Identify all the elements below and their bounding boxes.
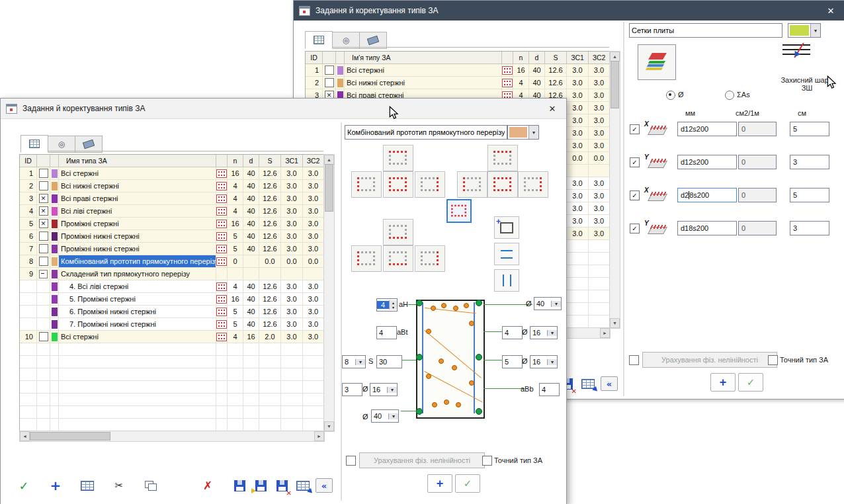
pattern-frame-bars-alt-button[interactable] xyxy=(487,171,518,198)
aH-spinner[interactable]: 4 xyxy=(376,298,398,312)
type-checkbox[interactable]: ✕ xyxy=(39,194,48,203)
vscrollbar[interactable]: ▲ ▼ xyxy=(323,154,335,432)
s-count-select[interactable]: 8 xyxy=(342,355,366,368)
toolbar-export-button[interactable] xyxy=(294,477,312,494)
scroll-right-icon[interactable]: ► xyxy=(314,431,324,441)
mesh-row-checkbox[interactable]: ✓ xyxy=(630,124,640,134)
s-value-field[interactable]: 30 xyxy=(376,355,402,368)
mesh-row-checkbox[interactable]: ✓ xyxy=(630,190,640,200)
type-name-cell[interactable]: Складений тип прямокутного перерізу xyxy=(59,268,216,280)
spinner-arrows[interactable] xyxy=(389,300,397,310)
pattern-left-bars-button[interactable] xyxy=(351,171,382,198)
type-checkbox[interactable] xyxy=(325,78,334,87)
toolbar-cut-button[interactable]: ✂ xyxy=(110,477,128,494)
toolbar-apply-button[interactable]: ✓ xyxy=(15,477,32,494)
type-name-cell[interactable]: 5. Проміжні стержні xyxy=(59,293,216,306)
chevron-down-icon[interactable] xyxy=(528,126,538,139)
protective-layer-icon[interactable] xyxy=(781,40,814,67)
tree-collapse-icon[interactable] xyxy=(39,270,48,278)
toolbar-collapse-button[interactable]: « xyxy=(601,375,618,392)
pattern-top-bars-button[interactable] xyxy=(383,145,413,171)
vscrollbar[interactable]: ▲ ▼ xyxy=(609,51,620,329)
type-checkbox[interactable] xyxy=(39,231,48,241)
window-titlebar[interactable]: Задання й коректування типів ЗА ✕ xyxy=(1,99,566,119)
toolbar-copy-button[interactable] xyxy=(142,477,159,494)
type-row[interactable]: 3✕Всі праві стержні44012.63.03.0 xyxy=(20,192,324,205)
type-checkbox[interactable] xyxy=(39,244,48,253)
type-name-cell[interactable]: Комбінований прототип прямокутного перер… xyxy=(59,255,216,268)
type-name-cell[interactable]: Всі стержні xyxy=(59,167,216,180)
type-name-cell[interactable]: Всі праві стержні xyxy=(59,192,216,205)
mesh-cover-field[interactable]: 3 xyxy=(790,155,829,169)
mesh-name-input[interactable] xyxy=(629,23,782,38)
chevron-down-icon[interactable] xyxy=(355,359,365,365)
toolbar-collapse-button[interactable]: « xyxy=(316,477,333,494)
mesh-notation-field[interactable]: d28s200 xyxy=(677,188,737,202)
apply-button[interactable]: ✓ xyxy=(455,474,480,493)
type-name-cell[interactable]: Проміжні стержні xyxy=(59,218,216,230)
aBt-field[interactable]: 4 xyxy=(376,326,397,339)
pattern-bottom-right-bars-button[interactable] xyxy=(415,245,445,272)
close-icon[interactable]: ✕ xyxy=(817,1,844,21)
type-checkbox[interactable] xyxy=(39,169,48,178)
type-row[interactable]: 1Всі стержні164012.63.03.0 xyxy=(306,64,610,77)
type-row[interactable]: 1Всі стержні164012.63.03.0 xyxy=(20,167,324,180)
nonlinearity-button[interactable]: Урахування фіз. нелінійності xyxy=(359,452,485,468)
type-name-cell[interactable]: Проміжні нижні стержні xyxy=(59,243,216,255)
area-radio[interactable] xyxy=(725,91,734,100)
tab-types[interactable] xyxy=(305,31,333,49)
mid-count-field[interactable]: 4 xyxy=(502,326,523,339)
apply-button[interactable]: ✓ xyxy=(738,373,763,392)
chevron-down-icon[interactable] xyxy=(547,330,557,336)
pattern-left-bars-alt-button[interactable] xyxy=(457,171,487,198)
nonlinearity-checkbox[interactable] xyxy=(346,456,356,466)
type-row[interactable]: 4✕Всі ліві стержні44012.63.03.0 xyxy=(20,205,324,218)
toolbar-save-import-button[interactable] xyxy=(252,477,269,494)
tab-types[interactable] xyxy=(21,135,48,153)
type-row[interactable]: 5. Проміжні стержні164012.63.03.0 xyxy=(20,293,324,306)
scroll-thumb[interactable] xyxy=(325,164,333,212)
nonlinearity-button[interactable]: Урахування фіз. нелінійності xyxy=(642,352,777,368)
left-count-field[interactable]: 3 xyxy=(342,383,362,396)
type-checkbox[interactable] xyxy=(39,257,48,266)
type-name-cell[interactable]: Всі стержні xyxy=(345,64,502,77)
chevron-down-icon[interactable] xyxy=(388,413,398,419)
chevron-down-icon[interactable] xyxy=(547,359,557,365)
prototype-name-input[interactable] xyxy=(345,125,507,140)
type-name-cell[interactable]: 7. Проміжні нижні стержні xyxy=(59,318,216,331)
mesh-cover-field[interactable]: 3 xyxy=(790,221,829,235)
mesh-notation-field[interactable]: d12s200 xyxy=(677,122,737,136)
chevron-down-icon[interactable] xyxy=(387,387,397,393)
mesh-cover-field[interactable]: 5 xyxy=(790,188,829,202)
pattern-all-frame-bars-button[interactable] xyxy=(383,171,413,198)
vertical-bars-button[interactable] xyxy=(494,269,519,292)
close-icon[interactable]: ✕ xyxy=(538,99,566,118)
type-checkbox[interactable] xyxy=(325,65,334,75)
pattern-right-bars-alt-button[interactable] xyxy=(518,171,548,198)
mesh-notation-field[interactable]: d12s200 xyxy=(677,155,737,169)
pattern-bottom-bars-button[interactable] xyxy=(383,245,413,272)
mesh-row-checkbox[interactable]: ✓ xyxy=(630,157,640,167)
type-row[interactable]: 7. Проміжні нижні стержні54012.63.03.0 xyxy=(20,318,324,331)
type-row[interactable]: 2Всі нижні стержні44012.63.03.0 xyxy=(20,180,324,192)
right-diameter-select[interactable]: 40 xyxy=(534,297,562,310)
exact-type-checkbox[interactable] xyxy=(768,355,778,365)
low-diameter-select[interactable]: 16 xyxy=(530,355,558,368)
type-row[interactable]: 8Комбінований прототип прямокутного пере… xyxy=(20,255,324,268)
toolbar-save-button[interactable] xyxy=(231,477,248,494)
type-row[interactable]: 5✕Проміжні стержні164012.63.03.0 xyxy=(20,218,324,230)
mesh-color-select[interactable] xyxy=(788,23,821,38)
scroll-right-icon[interactable]: ► xyxy=(600,328,610,338)
toolbar-add-button[interactable]: + xyxy=(47,477,64,494)
toolbar-del-button[interactable]: ✗ xyxy=(199,477,216,494)
type-name-cell[interactable]: Всі нижні стержні xyxy=(59,180,216,192)
mesh-row-checkbox[interactable]: ✓ xyxy=(630,224,640,233)
scroll-down-icon[interactable]: ▼ xyxy=(324,421,334,431)
add-button[interactable]: + xyxy=(710,373,736,392)
exact-type-checkbox[interactable] xyxy=(482,456,492,466)
hscrollbar[interactable]: ◄ ► xyxy=(19,431,325,442)
type-name-cell[interactable]: 4. Всі ліві стержні xyxy=(59,280,216,293)
diameter-radio[interactable] xyxy=(666,91,675,100)
scroll-up-icon[interactable]: ▲ xyxy=(610,52,620,62)
scroll-left-icon[interactable]: ◄ xyxy=(20,431,30,441)
